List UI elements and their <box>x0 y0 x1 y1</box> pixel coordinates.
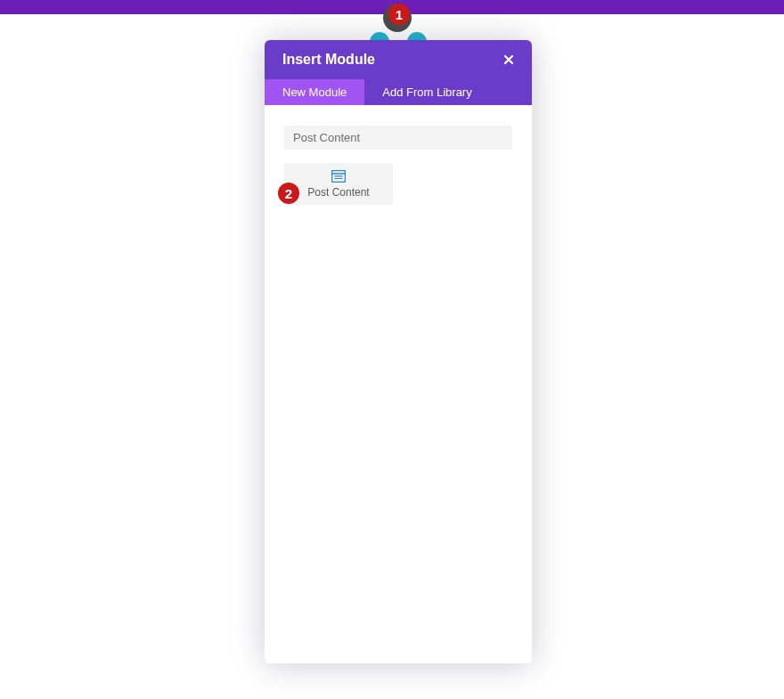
annotation-badge-2: 2 <box>278 183 299 204</box>
tab-new-module[interactable]: New Module <box>265 79 364 105</box>
insert-module-modal: Insert Module New Module Add From Librar… <box>265 40 532 663</box>
module-grid: Post Content <box>284 163 512 205</box>
close-icon <box>503 54 514 65</box>
modal-title: Insert Module <box>282 52 375 68</box>
search-input[interactable] <box>284 126 512 150</box>
modal-body: Post Content <box>265 105 532 663</box>
close-button[interactable] <box>503 54 514 65</box>
module-item-post-content[interactable]: Post Content <box>284 163 393 205</box>
module-label: Post Content <box>290 186 388 199</box>
annotation-badge-1: 1 <box>388 4 410 25</box>
modal-tabs: New Module Add From Library <box>265 79 532 105</box>
modal-header: Insert Module <box>265 40 532 79</box>
tab-add-from-library[interactable]: Add From Library <box>364 79 489 105</box>
post-content-icon <box>290 170 388 183</box>
